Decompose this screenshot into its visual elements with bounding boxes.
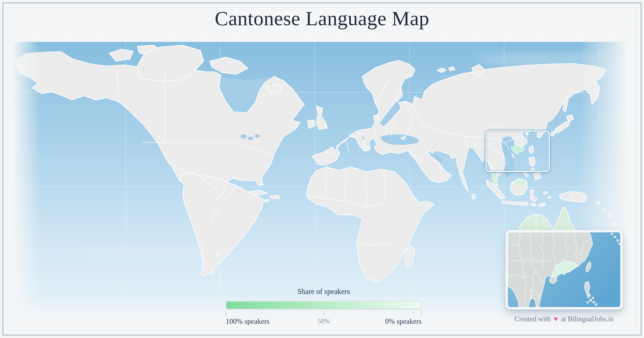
inset-map[interactable] [506,230,623,310]
inset-map-svg [508,232,620,307]
attribution: Created with ♥ at BilingualJobs.io [504,315,624,323]
legend-tick [226,311,226,316]
focus-region-box [486,130,550,172]
moluccas [544,191,551,199]
legend-title: Share of speakers [226,287,422,296]
new-guinea [559,192,587,202]
legend-gradient-bar [226,301,422,309]
java [502,201,546,207]
inset-hainan [550,277,556,284]
heart-icon: ♥ [552,315,559,323]
svalbard [437,67,455,72]
legend: Share of speakers 100% speakers 50% 0% s… [226,287,422,326]
falkland-islands [216,252,219,255]
page-title: Cantonese Language Map [0,7,644,30]
ireland [308,120,315,128]
sulawesi [530,190,537,202]
page: Cantonese Language Map [0,0,644,338]
attribution-prefix: Created with [514,315,551,323]
legend-ticks [226,311,422,317]
south-america [181,173,264,276]
legend-tick [324,311,324,316]
sri-lanka [472,194,475,199]
legend-label-0: 0% speakers [385,317,422,326]
attribution-suffix: at BilingualJobs.io [561,315,614,323]
legend-tick [421,311,422,316]
inset-map-content [508,232,620,307]
united-kingdom [316,106,327,130]
